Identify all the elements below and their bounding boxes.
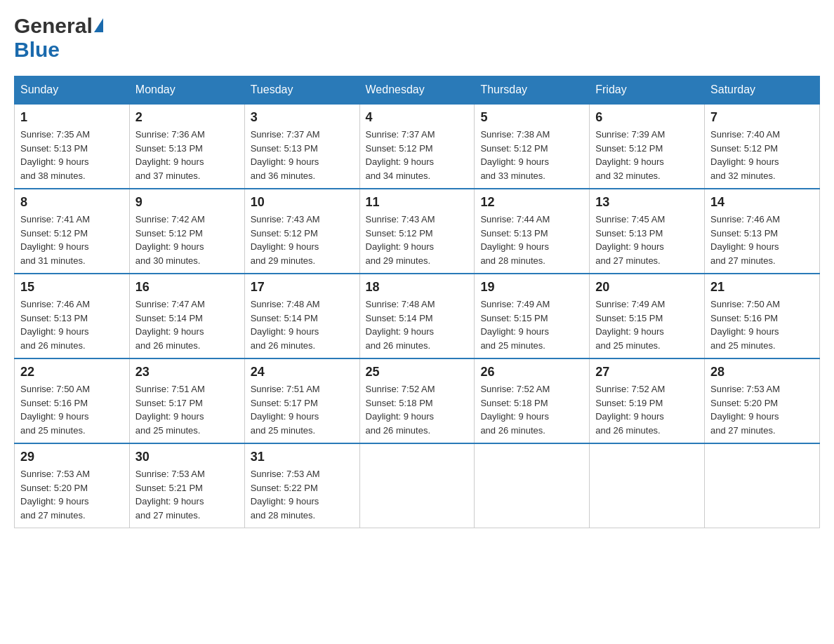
calendar-cell: 7 Sunrise: 7:40 AM Sunset: 5:12 PM Dayli… xyxy=(705,104,820,189)
calendar-body: 1 Sunrise: 7:35 AM Sunset: 5:13 PM Dayli… xyxy=(15,104,820,528)
day-number: 9 xyxy=(135,195,239,210)
day-number: 26 xyxy=(480,365,583,380)
day-info: Sunrise: 7:52 AM Sunset: 5:18 PM Dayligh… xyxy=(366,382,469,437)
day-info: Sunrise: 7:36 AM Sunset: 5:13 PM Dayligh… xyxy=(135,128,239,182)
calendar-cell xyxy=(705,443,820,528)
day-info: Sunrise: 7:53 AM Sunset: 5:22 PM Dayligh… xyxy=(251,467,354,522)
day-number: 23 xyxy=(135,365,239,380)
day-info: Sunrise: 7:53 AM Sunset: 5:20 PM Dayligh… xyxy=(710,382,814,437)
logo-triangle-icon xyxy=(94,18,103,32)
day-number: 4 xyxy=(366,110,469,125)
calendar-week-4: 22 Sunrise: 7:50 AM Sunset: 5:16 PM Dayl… xyxy=(15,358,820,443)
day-info: Sunrise: 7:51 AM Sunset: 5:17 PM Dayligh… xyxy=(251,382,354,437)
day-info: Sunrise: 7:46 AM Sunset: 5:13 PM Dayligh… xyxy=(710,213,814,267)
calendar-cell: 17 Sunrise: 7:48 AM Sunset: 5:14 PM Dayl… xyxy=(244,274,359,358)
calendar-table: SundayMondayTuesdayWednesdayThursdayFrid… xyxy=(14,76,820,528)
day-number: 13 xyxy=(595,195,699,210)
calendar-week-5: 29 Sunrise: 7:53 AM Sunset: 5:20 PM Dayl… xyxy=(15,443,820,528)
day-info: Sunrise: 7:53 AM Sunset: 5:20 PM Dayligh… xyxy=(20,467,124,522)
day-number: 1 xyxy=(20,110,124,125)
day-number: 28 xyxy=(710,365,814,380)
calendar-cell: 14 Sunrise: 7:46 AM Sunset: 5:13 PM Dayl… xyxy=(705,189,820,274)
day-info: Sunrise: 7:37 AM Sunset: 5:12 PM Dayligh… xyxy=(366,128,469,182)
logo: General Blue xyxy=(14,14,103,62)
weekday-header-wednesday: Wednesday xyxy=(359,76,475,105)
weekday-header-sunday: Sunday xyxy=(15,76,130,105)
calendar-cell: 29 Sunrise: 7:53 AM Sunset: 5:20 PM Dayl… xyxy=(15,443,130,528)
day-info: Sunrise: 7:50 AM Sunset: 5:16 PM Dayligh… xyxy=(710,297,814,352)
calendar-cell: 2 Sunrise: 7:36 AM Sunset: 5:13 PM Dayli… xyxy=(129,104,244,189)
day-info: Sunrise: 7:41 AM Sunset: 5:12 PM Dayligh… xyxy=(20,213,124,267)
day-info: Sunrise: 7:48 AM Sunset: 5:14 PM Dayligh… xyxy=(251,297,354,352)
calendar-cell: 25 Sunrise: 7:52 AM Sunset: 5:18 PM Dayl… xyxy=(359,358,475,443)
day-number: 6 xyxy=(595,110,699,125)
day-number: 29 xyxy=(20,450,124,464)
day-info: Sunrise: 7:46 AM Sunset: 5:13 PM Dayligh… xyxy=(20,297,124,352)
day-info: Sunrise: 7:42 AM Sunset: 5:12 PM Dayligh… xyxy=(135,213,239,267)
calendar-cell: 16 Sunrise: 7:47 AM Sunset: 5:14 PM Dayl… xyxy=(129,274,244,358)
weekday-header-row: SundayMondayTuesdayWednesdayThursdayFrid… xyxy=(15,76,820,105)
calendar-cell: 6 Sunrise: 7:39 AM Sunset: 5:12 PM Dayli… xyxy=(590,104,705,189)
day-number: 16 xyxy=(135,280,239,295)
calendar-cell xyxy=(475,443,590,528)
calendar-week-3: 15 Sunrise: 7:46 AM Sunset: 5:13 PM Dayl… xyxy=(15,274,820,358)
day-number: 7 xyxy=(710,110,814,125)
day-number: 8 xyxy=(20,195,124,210)
calendar-cell: 31 Sunrise: 7:53 AM Sunset: 5:22 PM Dayl… xyxy=(244,443,359,528)
day-number: 24 xyxy=(251,365,354,380)
day-info: Sunrise: 7:49 AM Sunset: 5:15 PM Dayligh… xyxy=(480,297,583,352)
calendar-cell: 20 Sunrise: 7:49 AM Sunset: 5:15 PM Dayl… xyxy=(590,274,705,358)
day-info: Sunrise: 7:43 AM Sunset: 5:12 PM Dayligh… xyxy=(251,213,354,267)
day-info: Sunrise: 7:40 AM Sunset: 5:12 PM Dayligh… xyxy=(710,128,814,182)
calendar-cell: 18 Sunrise: 7:48 AM Sunset: 5:14 PM Dayl… xyxy=(359,274,475,358)
calendar-cell: 27 Sunrise: 7:52 AM Sunset: 5:19 PM Dayl… xyxy=(590,358,705,443)
calendar-cell: 15 Sunrise: 7:46 AM Sunset: 5:13 PM Dayl… xyxy=(15,274,130,358)
day-info: Sunrise: 7:44 AM Sunset: 5:13 PM Dayligh… xyxy=(480,213,583,267)
calendar-cell: 9 Sunrise: 7:42 AM Sunset: 5:12 PM Dayli… xyxy=(129,189,244,274)
weekday-header-saturday: Saturday xyxy=(705,76,820,105)
calendar-cell: 19 Sunrise: 7:49 AM Sunset: 5:15 PM Dayl… xyxy=(475,274,590,358)
day-number: 15 xyxy=(20,280,124,295)
day-info: Sunrise: 7:53 AM Sunset: 5:21 PM Dayligh… xyxy=(135,467,239,522)
weekday-header-friday: Friday xyxy=(590,76,705,105)
logo-blue-text: Blue xyxy=(14,38,60,61)
day-number: 19 xyxy=(480,280,583,295)
calendar-cell: 3 Sunrise: 7:37 AM Sunset: 5:13 PM Dayli… xyxy=(244,104,359,189)
calendar-header: SundayMondayTuesdayWednesdayThursdayFrid… xyxy=(15,76,820,105)
calendar-cell: 28 Sunrise: 7:53 AM Sunset: 5:20 PM Dayl… xyxy=(705,358,820,443)
calendar-cell xyxy=(359,443,475,528)
day-info: Sunrise: 7:47 AM Sunset: 5:14 PM Dayligh… xyxy=(135,297,239,352)
calendar-cell: 11 Sunrise: 7:43 AM Sunset: 5:12 PM Dayl… xyxy=(359,189,475,274)
day-number: 2 xyxy=(135,110,239,125)
calendar-cell: 22 Sunrise: 7:50 AM Sunset: 5:16 PM Dayl… xyxy=(15,358,130,443)
day-number: 17 xyxy=(251,280,354,295)
day-number: 3 xyxy=(251,110,354,125)
weekday-header-thursday: Thursday xyxy=(475,76,590,105)
calendar-cell: 4 Sunrise: 7:37 AM Sunset: 5:12 PM Dayli… xyxy=(359,104,475,189)
calendar-cell: 5 Sunrise: 7:38 AM Sunset: 5:12 PM Dayli… xyxy=(475,104,590,189)
calendar-cell: 24 Sunrise: 7:51 AM Sunset: 5:17 PM Dayl… xyxy=(244,358,359,443)
day-info: Sunrise: 7:39 AM Sunset: 5:12 PM Dayligh… xyxy=(595,128,699,182)
day-info: Sunrise: 7:49 AM Sunset: 5:15 PM Dayligh… xyxy=(595,297,699,352)
calendar-week-1: 1 Sunrise: 7:35 AM Sunset: 5:13 PM Dayli… xyxy=(15,104,820,189)
calendar-cell xyxy=(590,443,705,528)
calendar-cell: 21 Sunrise: 7:50 AM Sunset: 5:16 PM Dayl… xyxy=(705,274,820,358)
day-info: Sunrise: 7:45 AM Sunset: 5:13 PM Dayligh… xyxy=(595,213,699,267)
day-info: Sunrise: 7:35 AM Sunset: 5:13 PM Dayligh… xyxy=(20,128,124,182)
day-info: Sunrise: 7:38 AM Sunset: 5:12 PM Dayligh… xyxy=(480,128,583,182)
calendar-cell: 26 Sunrise: 7:52 AM Sunset: 5:18 PM Dayl… xyxy=(475,358,590,443)
day-number: 10 xyxy=(251,195,354,210)
day-number: 14 xyxy=(710,195,814,210)
day-number: 12 xyxy=(480,195,583,210)
day-number: 20 xyxy=(595,280,699,295)
calendar-cell: 23 Sunrise: 7:51 AM Sunset: 5:17 PM Dayl… xyxy=(129,358,244,443)
day-info: Sunrise: 7:48 AM Sunset: 5:14 PM Dayligh… xyxy=(366,297,469,352)
calendar-cell: 13 Sunrise: 7:45 AM Sunset: 5:13 PM Dayl… xyxy=(590,189,705,274)
weekday-header-monday: Monday xyxy=(129,76,244,105)
day-info: Sunrise: 7:51 AM Sunset: 5:17 PM Dayligh… xyxy=(135,382,239,437)
day-info: Sunrise: 7:37 AM Sunset: 5:13 PM Dayligh… xyxy=(251,128,354,182)
day-number: 27 xyxy=(595,365,699,380)
day-number: 5 xyxy=(480,110,583,125)
calendar-cell: 30 Sunrise: 7:53 AM Sunset: 5:21 PM Dayl… xyxy=(129,443,244,528)
day-info: Sunrise: 7:50 AM Sunset: 5:16 PM Dayligh… xyxy=(20,382,124,437)
